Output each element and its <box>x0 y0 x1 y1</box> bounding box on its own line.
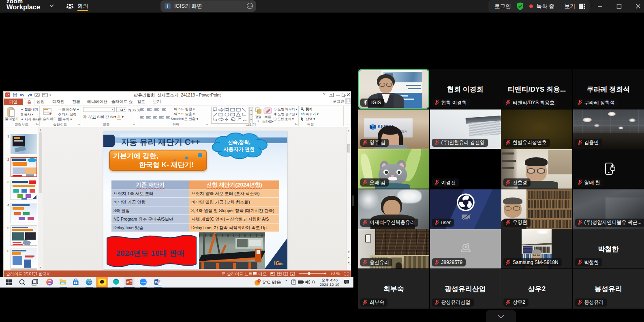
svg-text:W: W <box>155 280 158 284</box>
svg-text:zoom: zoom <box>141 281 146 283</box>
svg-text:5: 5 <box>259 279 260 282</box>
svg-text:사용자가 편한: 사용자가 편한 <box>223 146 255 152</box>
svg-text:P: P <box>126 280 129 284</box>
svg-text:2024년도 10대 판매: 2024년도 10대 판매 <box>116 249 185 258</box>
svg-text:신속,정확,: 신속,정확, <box>228 140 250 145</box>
